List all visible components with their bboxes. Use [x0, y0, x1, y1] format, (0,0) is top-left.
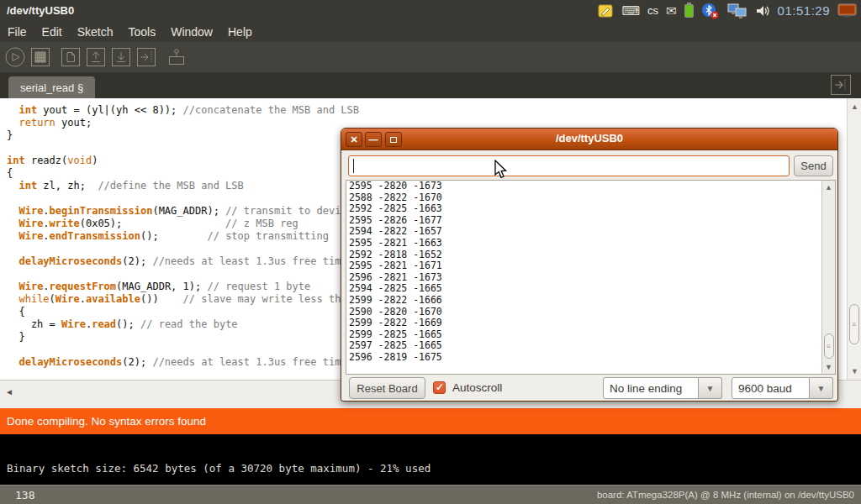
code-line: int yout = (yl|(yh << 8)); //concatenate… [7, 104, 847, 117]
verify-button[interactable] [4, 46, 26, 68]
serial-output[interactable]: 2595 -2820 -16732588 -2822 -16702592 -28… [346, 180, 836, 375]
reset-board-label: Reset Board [357, 382, 417, 395]
upload-right-arrow-icon [135, 46, 157, 68]
baud-dropdown-button[interactable]: ▼ [810, 377, 833, 399]
system-tray: ⌨ cs ✉ 01:51:29 [598, 0, 858, 21]
new-tab-icon [832, 76, 849, 93]
thumb-grip-icon: ≡ [853, 323, 857, 326]
baud-rate-value: 9600 baud [738, 382, 792, 395]
menu-edit[interactable]: Edit [34, 23, 70, 41]
serial-row: 2590 -2820 -1670 [346, 307, 835, 318]
compile-status-bar: Done compiling. No syntax errors found [0, 408, 861, 434]
serial-monitor-window: ✕ — /dev/ttyUSB0 Send 2595 -2820 -167325… [341, 128, 838, 402]
new-tab-button[interactable] [831, 75, 851, 95]
scroll-up-icon[interactable]: ▲ [848, 102, 861, 111]
thumb-grip-icon: ≡ [827, 345, 831, 348]
stop-button[interactable] [29, 46, 51, 68]
compile-status-message: Done compiling. No syntax errors found [7, 415, 206, 428]
network-icon[interactable] [727, 3, 747, 19]
send-button-label: Send [800, 160, 826, 172]
chevron-down-icon: ▼ [706, 384, 715, 393]
tabbar: serial_read § [0, 72, 861, 98]
serial-row: 2595 -2821 -1671 [346, 260, 835, 272]
open-sketch-button[interactable] [85, 46, 107, 68]
reset-board-button[interactable]: Reset Board [349, 377, 425, 399]
note-icon[interactable] [598, 3, 614, 18]
new-sketch-button[interactable] [60, 46, 82, 68]
console-text: Binary sketch size: 6542 bytes (of a 307… [7, 462, 430, 475]
serial-row: 2592 -2818 -1652 [346, 249, 835, 261]
baud-rate-select[interactable]: 9600 baud [732, 377, 810, 399]
menubar: File Edit Sketch Tools Window Help [0, 21, 861, 42]
autoscroll-label: Autoscroll [452, 381, 502, 394]
editor-vertical-scrollbar[interactable]: ▲ ≡ ▼ [847, 98, 861, 380]
battery-icon[interactable] [684, 4, 694, 18]
stop-icon [29, 46, 51, 68]
new-file-icon [60, 46, 82, 68]
serial-monitor-titlebar[interactable]: ✕ — /dev/ttyUSB0 [341, 129, 837, 150]
serial-monitor-controls: Reset Board Autoscroll No line ending ▼ … [341, 375, 837, 402]
console-output: Binary sketch size: 6542 bytes (of a 307… [0, 434, 861, 485]
line-ending-select[interactable]: No line ending [603, 377, 699, 399]
window-title: /dev/ttyUSB0 [7, 4, 74, 17]
board-info: board: ATmega328P(A) @ 8 MHz (internal) … [597, 490, 854, 500]
scroll-left-icon[interactable]: ◄ [5, 387, 13, 396]
save-down-arrow-icon [110, 46, 132, 68]
serial-row: 2594 -2825 -1665 [346, 283, 835, 295]
autoscroll-checkbox[interactable] [433, 381, 446, 394]
line-number: 138 [15, 489, 34, 501]
serial-row: 2595 -2821 -1663 [346, 238, 835, 249]
footer-statusbar: 138 board: ATmega328P(A) @ 8 MHz (intern… [0, 485, 861, 504]
tab-label: serial_read § [20, 81, 83, 94]
volume-icon[interactable] [755, 3, 770, 18]
open-up-arrow-icon [85, 46, 107, 68]
serial-monitor-button[interactable] [166, 46, 188, 68]
line-ending-value: No line ending [610, 382, 682, 395]
menu-window[interactable]: Window [163, 23, 220, 41]
serial-row: 2595 -2826 -1677 [346, 215, 835, 227]
editor-scroll-thumb[interactable]: ≡ [849, 304, 859, 344]
clock[interactable]: 01:51:29 [778, 3, 830, 18]
verify-icon [4, 46, 26, 68]
serial-row: 2599 -2822 -1666 [346, 295, 835, 307]
serial-output-scrollbar[interactable]: ▲ ≡ ▼ [821, 181, 835, 374]
line-ending-dropdown-button[interactable]: ▼ [699, 377, 722, 399]
chevron-down-icon: ▼ [817, 384, 826, 393]
toolbar [0, 42, 861, 72]
menu-tools[interactable]: Tools [121, 23, 164, 41]
serial-row: 2594 -2822 -1657 [346, 226, 835, 238]
mouse-cursor [493, 160, 508, 180]
scroll-down-icon[interactable]: ▼ [848, 367, 861, 375]
serial-row: 2596 -2821 -1673 [346, 272, 835, 284]
serial-row: 2597 -2825 -1665 [346, 340, 835, 352]
serial-monitor-title: /dev/ttyUSB0 [341, 132, 837, 144]
save-sketch-button[interactable] [110, 46, 132, 68]
serial-monitor-icon [166, 46, 188, 68]
send-button[interactable]: Send [794, 155, 833, 176]
serial-scroll-down-icon[interactable]: ▼ [822, 363, 835, 371]
serial-row: 2595 -2820 -1673 [346, 181, 835, 192]
mail-icon[interactable]: ✉ [666, 4, 677, 17]
desktop-titlebar: /dev/ttyUSB0 ⌨ cs ✉ 01:51:29 [0, 0, 861, 21]
serial-row: 2596 -2819 -1675 [346, 352, 835, 364]
text-caret [353, 159, 354, 173]
keyboard-icon[interactable]: ⌨ [621, 4, 640, 17]
serial-scroll-up-icon[interactable]: ▲ [822, 183, 835, 192]
serial-row: 2592 -2825 -1663 [346, 203, 835, 215]
serial-row: 2588 -2822 -1670 [346, 192, 835, 204]
serial-input-field[interactable] [348, 155, 790, 176]
menu-sketch[interactable]: Sketch [70, 23, 121, 41]
serial-row: 2599 -2822 -1669 [346, 318, 835, 329]
serial-scroll-thumb[interactable]: ≡ [824, 333, 834, 359]
upload-button[interactable] [135, 46, 157, 68]
menu-file[interactable]: File [0, 23, 34, 41]
serial-row: 2599 -2825 -1665 [346, 329, 835, 341]
keyboard-layout-indicator[interactable]: cs [647, 4, 658, 17]
tab-serial-read[interactable]: serial_read § [8, 76, 95, 98]
menu-help[interactable]: Help [220, 23, 260, 41]
bluetooth-icon[interactable] [701, 3, 720, 19]
power-session-icon[interactable] [837, 3, 858, 19]
